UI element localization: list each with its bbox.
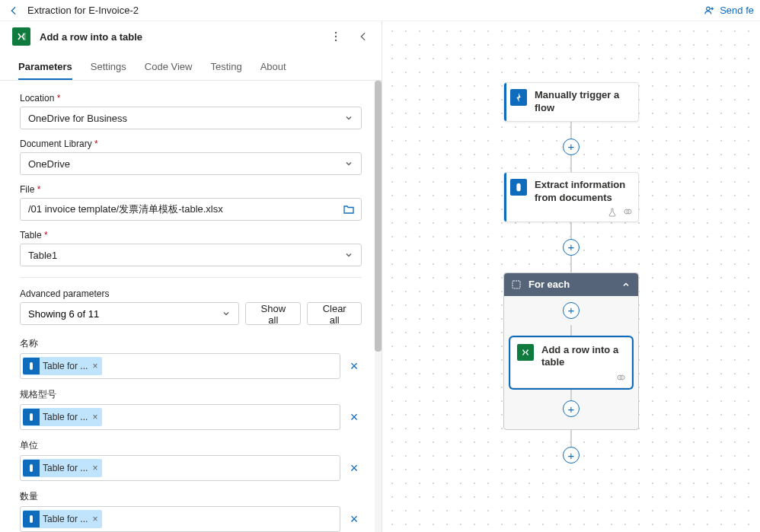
library-select[interactable]: OneDrive (20, 152, 362, 175)
param-row: 数量 Table for ... × × (20, 490, 362, 532)
location-label: Location (20, 93, 54, 104)
dynamic-token[interactable]: Table for ... × (23, 510, 102, 528)
param-label: 名称 (20, 337, 362, 350)
svg-rect-13 (513, 281, 520, 288)
back-button[interactable] (6, 3, 21, 18)
add-step-button[interactable]: + (563, 302, 580, 319)
svg-rect-12 (516, 183, 520, 192)
dynamic-token[interactable]: Table for ... × (23, 459, 102, 477)
svg-rect-2 (23, 33, 26, 40)
svg-point-0 (707, 7, 710, 10)
file-value: /01 invoice template/发票清单模板-table.xlsx (28, 202, 223, 216)
library-value: OneDrive (28, 158, 70, 170)
clear-row-icon[interactable]: × (346, 460, 362, 476)
link-icon (615, 374, 625, 381)
extract-title: Extract information from documents (535, 179, 632, 205)
param-token-input[interactable]: Table for ... × (20, 353, 340, 379)
chevron-down-icon (344, 159, 353, 168)
send-feedback-button[interactable]: Send fe (704, 5, 754, 16)
token-text: Table for ... (43, 412, 88, 422)
add-step-button[interactable]: + (563, 239, 580, 256)
foreach-container[interactable]: For each + Add a row into a table (503, 272, 639, 431)
chevron-down-icon (222, 309, 231, 318)
svg-rect-7 (30, 413, 33, 421)
add-step-button[interactable]: + (563, 447, 580, 464)
dynamic-token[interactable]: Table for ... × (23, 408, 102, 426)
feedback-icon (704, 5, 715, 16)
tab-parameters[interactable]: Parameters (18, 55, 72, 80)
extract-card[interactable]: Extract information from documents (503, 172, 639, 222)
param-token-input[interactable]: Table for ... × (20, 455, 340, 481)
svg-rect-8 (30, 464, 33, 472)
file-label: File (20, 184, 34, 195)
param-row: 名称 Table for ... × × (20, 337, 362, 379)
token-remove-icon[interactable]: × (91, 463, 99, 473)
svg-rect-9 (30, 515, 33, 523)
ai-builder-icon (510, 179, 527, 196)
collapse-panel-button[interactable] (354, 27, 372, 46)
flask-icon (608, 208, 617, 217)
file-picker-icon[interactable] (343, 203, 355, 215)
token-remove-icon[interactable]: × (91, 514, 99, 524)
add-row-title: Add a row into a table (541, 344, 625, 370)
token-text: Table for ... (43, 463, 88, 473)
tab-testing[interactable]: Testing (210, 55, 241, 80)
svg-rect-6 (30, 362, 33, 370)
token-remove-icon[interactable]: × (91, 361, 99, 371)
tab-settings[interactable]: Settings (91, 55, 126, 80)
table-select[interactable]: Table1 (20, 244, 362, 266)
location-select[interactable]: OneDrive for Business (20, 107, 362, 129)
add-step-button[interactable]: + (563, 139, 580, 155)
trigger-title: Manually trigger a flow (535, 89, 632, 115)
param-row: 规格型号 Table for ... × × (20, 388, 362, 430)
clear-row-icon[interactable]: × (346, 358, 362, 374)
svg-rect-14 (520, 347, 531, 358)
tab-code-view[interactable]: Code View (145, 55, 193, 80)
clear-all-button[interactable]: Clear all (307, 302, 362, 325)
token-icon (23, 358, 40, 374)
page-title: Extraction for E-Invoice-2 (27, 5, 139, 16)
clear-row-icon[interactable]: × (346, 409, 362, 425)
panel-more-button[interactable] (327, 27, 345, 46)
param-label: 单位 (20, 439, 362, 452)
param-row: 单位 Table for ... × × (20, 439, 362, 481)
excel-icon (12, 27, 30, 46)
token-icon (23, 409, 40, 425)
chevron-up-icon[interactable] (621, 280, 631, 289)
trigger-card[interactable]: Manually trigger a flow (503, 82, 639, 122)
advanced-showing: Showing 6 of 11 (28, 308, 99, 320)
foreach-header[interactable]: For each (504, 273, 638, 296)
scrollbar[interactable] (375, 81, 382, 532)
add-row-card[interactable]: Add a row into a table (510, 337, 632, 389)
param-token-input[interactable]: Table for ... × (20, 404, 340, 430)
token-icon (23, 460, 40, 476)
svg-point-3 (335, 32, 337, 33)
param-token-input[interactable]: Table for ... × (20, 506, 340, 532)
advanced-select[interactable]: Showing 6 of 11 (20, 302, 239, 325)
trigger-icon (510, 89, 527, 106)
advanced-label: Advanced parameters (20, 288, 362, 299)
flow-canvas[interactable]: Manually trigger a flow + Extract inform… (382, 21, 760, 532)
param-label: 规格型号 (20, 388, 362, 401)
tab-about[interactable]: About (260, 55, 286, 80)
svg-point-5 (335, 40, 337, 41)
table-value: Table1 (28, 250, 57, 261)
token-remove-icon[interactable]: × (91, 412, 99, 422)
link-icon (621, 208, 632, 217)
clear-row-icon[interactable]: × (346, 511, 362, 527)
show-all-button[interactable]: Show all (245, 302, 301, 325)
token-text: Table for ... (43, 361, 88, 371)
file-input[interactable]: /01 invoice template/发票清单模板-table.xlsx (20, 198, 362, 221)
send-feedback-label: Send fe (720, 5, 754, 16)
foreach-title: For each (528, 279, 570, 290)
chevron-down-icon (344, 113, 353, 123)
action-config-panel: Add a row into a table Parameters Settin… (0, 21, 382, 532)
add-step-button[interactable]: + (563, 400, 580, 417)
token-icon (23, 511, 40, 527)
table-label: Table (20, 230, 42, 241)
dynamic-token[interactable]: Table for ... × (23, 357, 102, 375)
loop-icon (512, 280, 521, 289)
excel-icon (517, 344, 534, 361)
location-value: OneDrive for Business (28, 113, 127, 124)
param-label: 数量 (20, 490, 362, 503)
